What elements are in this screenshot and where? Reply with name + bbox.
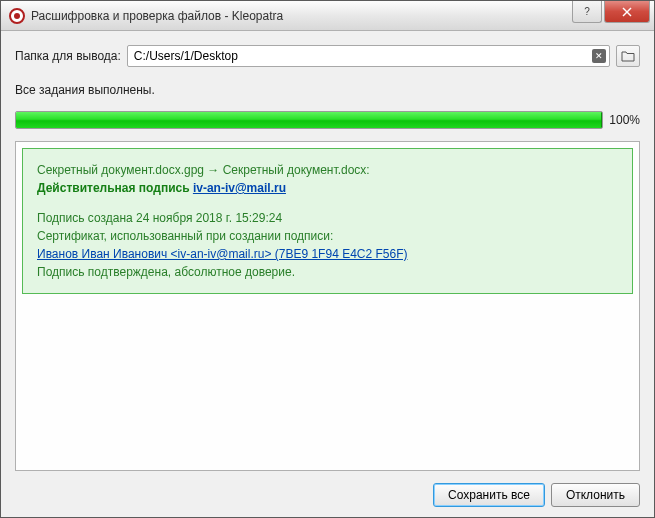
signature-created-line: Подпись создана 24 ноября 2018 г. 15:29:… — [37, 209, 618, 227]
results-panel: Секретный документ.docx.gpg → Секретный … — [15, 141, 640, 471]
progress-bar — [15, 111, 603, 129]
clear-input-icon[interactable]: ✕ — [592, 49, 606, 63]
trust-line: Подпись подтверждена, абсолютное доверие… — [37, 263, 618, 281]
signer-email-link[interactable]: iv-an-iv@mail.ru — [193, 181, 286, 195]
window-title: Расшифровка и проверка файлов - Kleopatr… — [31, 9, 572, 23]
output-folder-label: Папка для вывода: — [15, 49, 121, 63]
cert-line: Иванов Иван Иванович <iv-an-iv@mail.ru> … — [37, 245, 618, 263]
browse-folder-button[interactable] — [616, 45, 640, 67]
close-button[interactable] — [604, 1, 650, 23]
reject-button[interactable]: Отклонить — [551, 483, 640, 507]
folder-icon — [621, 50, 635, 62]
output-folder-input[interactable] — [127, 45, 610, 67]
cert-prefix-line: Сертификат, использованный при создании … — [37, 227, 618, 245]
dialog-buttons: Сохранить все Отклонить — [15, 471, 640, 507]
result-card: Секретный документ.docx.gpg → Секретный … — [22, 148, 633, 294]
titlebar: Расшифровка и проверка файлов - Kleopatr… — [1, 1, 654, 31]
svg-text:?: ? — [584, 7, 590, 17]
progress-percent: 100% — [609, 113, 640, 127]
output-folder-row: Папка для вывода: ✕ — [15, 45, 640, 67]
progress-row: 100% — [15, 111, 640, 129]
content-area: Папка для вывода: ✕ Все задания выполнен… — [1, 31, 654, 517]
help-button[interactable]: ? — [572, 1, 602, 23]
titlebar-buttons: ? — [572, 1, 654, 30]
save-all-button[interactable]: Сохранить все — [433, 483, 545, 507]
app-icon — [9, 8, 25, 24]
dialog-window: Расшифровка и проверка файлов - Kleopatr… — [0, 0, 655, 518]
certificate-link[interactable]: Иванов Иван Иванович <iv-an-iv@mail.ru> … — [37, 247, 408, 261]
valid-signature-prefix: Действительная подпись — [37, 181, 193, 195]
output-input-wrap: ✕ — [127, 45, 610, 67]
result-filename-line: Секретный документ.docx.gpg → Секретный … — [37, 161, 618, 179]
progress-fill — [16, 112, 602, 128]
result-details: Подпись создана 24 ноября 2018 г. 15:29:… — [37, 209, 618, 281]
status-text: Все задания выполнены. — [15, 83, 640, 97]
svg-point-1 — [14, 13, 20, 19]
result-valid-signature: Действительная подпись iv-an-iv@mail.ru — [37, 179, 618, 197]
